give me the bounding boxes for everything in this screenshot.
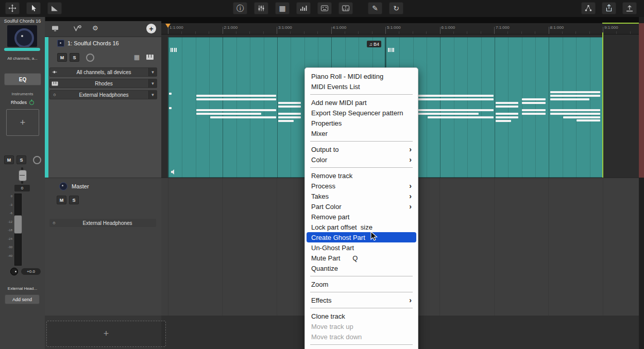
fade-tool-button[interactable] <box>47 2 62 14</box>
loop-icon: ↻ <box>393 5 399 12</box>
menu-item-remove-part[interactable]: Remove part <box>307 212 416 222</box>
piano-view-icon[interactable] <box>146 54 154 60</box>
menu-item-piano-roll-midi-editing[interactable]: Piano Roll - MIDI editing <box>307 71 416 81</box>
pan-knob[interactable] <box>10 268 18 275</box>
master-track-header[interactable]: Master M S ○ External Headphones <box>45 178 161 316</box>
context-menu: Piano Roll - MIDI editingMIDI Events Lis… <box>304 67 418 349</box>
record-arm-button[interactable] <box>33 156 41 164</box>
playhead-marker[interactable] <box>165 24 171 28</box>
meter-scale-label: 0 <box>0 195 12 198</box>
meter-scale-label: -24 <box>0 237 12 240</box>
rack-button[interactable]: ▦ <box>275 2 290 14</box>
automation-button[interactable] <box>73 24 82 32</box>
menu-item-move-track-down[interactable]: Move track down <box>307 331 416 342</box>
track-view-icons: ▦ <box>134 54 154 61</box>
menu-item-add-new-midi-part[interactable]: Add new MIDI part <box>307 97 416 108</box>
info-button[interactable]: ⓘ <box>233 2 247 14</box>
menu-item-quantize[interactable]: Quantize <box>307 263 416 273</box>
pencil-tool-button[interactable]: ✎ <box>368 2 382 14</box>
add-track-button[interactable]: + <box>146 24 156 33</box>
menu-item-color[interactable]: Color› <box>307 154 416 165</box>
midi-controller-button[interactable] <box>317 2 332 14</box>
solo-button[interactable]: S <box>16 155 26 164</box>
pointer-tool-button[interactable] <box>26 2 41 14</box>
master-output-select[interactable]: ○ External Headphones <box>49 219 156 227</box>
add-send-button[interactable]: Add send <box>5 294 40 304</box>
menu-item-lock-part-offset-size[interactable]: Lock part offset size <box>307 222 416 232</box>
new-track-dropzone[interactable]: + <box>46 321 166 347</box>
menu-item-export-step-sequencer-pattern[interactable]: Export Step Sequencer pattern <box>307 108 416 118</box>
midi-note <box>496 113 518 115</box>
share-button[interactable] <box>602 2 616 14</box>
midi-device-icon <box>342 4 350 12</box>
midi-note <box>577 119 600 121</box>
menu-divider <box>310 308 413 308</box>
menu-item-process[interactable]: Process› <box>307 181 416 191</box>
mute-button[interactable]: M <box>4 155 14 164</box>
speaker-icon[interactable] <box>171 169 177 175</box>
move-tool-button[interactable] <box>5 2 20 14</box>
menu-item-clone-track[interactable]: Clone track <box>307 311 416 321</box>
menu-item-part-color[interactable]: Part Color› <box>307 201 416 212</box>
tool-group-left <box>5 2 62 14</box>
midi-note <box>550 95 600 97</box>
output-device-icon: ○ <box>50 92 59 97</box>
menu-item-properties[interactable]: Properties <box>307 118 416 128</box>
midi-note <box>278 106 301 108</box>
track-output-select[interactable]: ○ External Headphones ▾ <box>49 90 157 99</box>
scrollbar-thumb[interactable] <box>639 23 644 178</box>
fader-handle[interactable] <box>19 170 27 181</box>
mixer-button[interactable] <box>254 2 268 14</box>
menu-item-remove-track[interactable]: Remove track <box>307 170 416 181</box>
menu-item-midi-events-list[interactable]: MIDI Events List <box>307 81 416 92</box>
midi-note <box>196 95 276 97</box>
midi-note <box>414 109 494 111</box>
monitor-button[interactable] <box>51 24 59 32</box>
menu-item-takes[interactable]: Takes› <box>307 191 416 201</box>
eq-button[interactable]: EQ <box>4 73 41 85</box>
meter-scale-label: -3 <box>0 203 12 206</box>
menu-item-move-track-up[interactable]: Move track up <box>307 321 416 331</box>
settings-button[interactable]: ⚙ <box>92 24 98 32</box>
pan-row: +0.0 <box>10 268 41 275</box>
meter-button[interactable] <box>296 2 311 14</box>
power-icon[interactable] <box>29 100 34 105</box>
vertical-scrollbar[interactable] <box>639 17 644 349</box>
menu-item-create-ghost-part[interactable]: Create Ghost Part <box>307 232 416 242</box>
track-thumbnail <box>57 40 64 47</box>
midi-note <box>196 98 276 100</box>
track-header-1[interactable]: 1: Soulful Chords 16 M S ▦ All channels,… <box>45 37 161 178</box>
arrangement-end-marker[interactable] <box>602 32 603 178</box>
midi-device-button[interactable] <box>338 2 353 14</box>
macros-button[interactable] <box>581 2 596 14</box>
menu-item-mixer[interactable]: Mixer <box>307 128 416 138</box>
menu-item-output-to[interactable]: Output to› <box>307 144 416 154</box>
instrument-row[interactable]: Rhodes <box>0 100 45 105</box>
track-mute-button[interactable]: M <box>57 53 67 62</box>
midi-note <box>278 113 301 115</box>
tool-group-right <box>581 2 637 14</box>
track-instrument-select[interactable]: Rhodes ▾ <box>49 79 157 88</box>
track-solo-button[interactable]: S <box>70 53 79 62</box>
midi-note <box>176 48 177 52</box>
pointer-tool-icon <box>29 4 38 12</box>
export-button[interactable] <box>622 2 637 14</box>
track-output-label: External Headphones <box>59 92 148 98</box>
master-output-label: External Headphones <box>59 220 156 226</box>
midi-note <box>169 107 172 109</box>
loop-button[interactable]: ↻ <box>389 2 403 14</box>
meter-handle[interactable] <box>14 215 22 234</box>
midi-note <box>496 102 518 104</box>
menu-item-mute-part[interactable]: Mute PartQ <box>307 253 416 263</box>
track-input-select[interactable]: All channels, all devices ▾ <box>49 67 157 77</box>
menu-item-effects[interactable]: Effects› <box>307 295 416 305</box>
menu-item-zoom[interactable]: Zoom <box>307 279 416 289</box>
volume-fader[interactable] <box>15 167 29 184</box>
master-solo-button[interactable]: S <box>69 196 79 204</box>
add-plugin-dropzone[interactable]: + <box>6 109 39 136</box>
menu-item-un-ghost-part[interactable]: Un-Ghost Part <box>307 242 416 253</box>
timeline-ruler[interactable]: 1:1:0002:1:0003:1:0004:1:0005:1:0006:1:0… <box>161 23 639 34</box>
grid-view-icon[interactable]: ▦ <box>134 54 140 61</box>
master-mute-button[interactable]: M <box>57 196 66 204</box>
track-record-arm-button[interactable] <box>86 54 94 62</box>
